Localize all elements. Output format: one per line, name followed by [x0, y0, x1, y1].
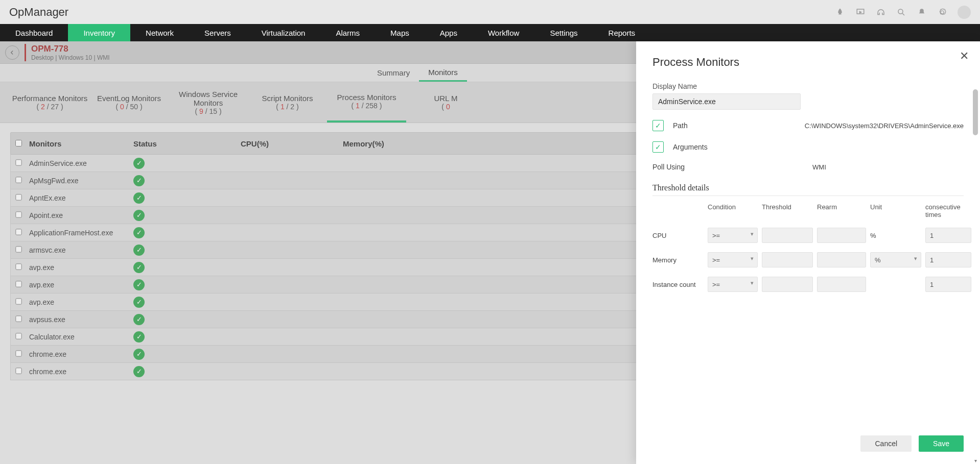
th-name: Instance count: [652, 281, 704, 288]
col-consecutive: consecutive times: [925, 203, 971, 218]
threshold-row: CPU%: [652, 228, 964, 243]
rearm-input[interactable]: [817, 277, 866, 292]
avatar[interactable]: [958, 6, 971, 19]
nav-workflow[interactable]: Workflow: [473, 24, 534, 41]
scrollbar-thumb[interactable]: [973, 89, 978, 135]
consecutive-input[interactable]: [925, 228, 971, 243]
nav-alarms[interactable]: Alarms: [320, 24, 375, 41]
col-condition: Condition: [708, 203, 758, 218]
th-name: CPU: [652, 232, 704, 239]
threshold-header: Condition Threshold Rearm Unit consecuti…: [652, 203, 964, 218]
unit-text: %: [870, 232, 921, 239]
nav-reports[interactable]: Reports: [593, 24, 651, 41]
threshold-input[interactable]: [762, 277, 813, 292]
threshold-grid: Condition Threshold Rearm Unit consecuti…: [652, 203, 964, 292]
svg-point-1: [898, 9, 903, 14]
path-checkbox[interactable]: ✓: [652, 120, 664, 131]
threshold-input[interactable]: [762, 228, 813, 243]
topbar: OpManager: [0, 0, 980, 24]
nav-network[interactable]: Network: [130, 24, 189, 41]
brand-logo: OpManager: [9, 6, 68, 19]
nav-inventory[interactable]: Inventory: [68, 24, 130, 41]
main-nav: DashboardInventoryNetworkServersVirtuali…: [0, 24, 980, 41]
gear-icon[interactable]: [937, 7, 947, 17]
divider: [652, 196, 964, 196]
nav-virtualization[interactable]: Virtualization: [246, 24, 321, 41]
condition-select[interactable]: [708, 228, 758, 243]
topbar-icons: [835, 6, 971, 19]
consecutive-input[interactable]: [925, 252, 971, 267]
save-button[interactable]: Save: [919, 435, 964, 452]
arguments-row: ✓ Arguments: [652, 141, 964, 153]
poll-value: WMI: [812, 163, 826, 171]
rearm-input[interactable]: [817, 228, 866, 243]
nav-dashboard[interactable]: Dashboard: [0, 24, 68, 41]
rearm-input[interactable]: [817, 252, 866, 267]
display-name-input[interactable]: [652, 93, 801, 110]
presentation-icon[interactable]: [855, 7, 866, 17]
condition-select[interactable]: [708, 277, 758, 292]
search-icon[interactable]: [896, 7, 906, 17]
arguments-label: Arguments: [673, 143, 708, 151]
display-name-label: Display Name: [652, 82, 964, 90]
unit-select[interactable]: [870, 252, 921, 267]
path-value: C:\WINDOWS\system32\DRIVERS\AdminService…: [805, 122, 964, 130]
th-name: Memory: [652, 256, 704, 264]
threshold-row: Instance count: [652, 277, 964, 292]
nav-apps[interactable]: Apps: [425, 24, 473, 41]
bell-icon[interactable]: [917, 7, 927, 17]
col-threshold: Threshold: [762, 203, 813, 218]
process-monitor-panel: ✕ Process Monitors Display Name ✓ Path C…: [636, 41, 980, 464]
nav-maps[interactable]: Maps: [375, 24, 425, 41]
threshold-title: Threshold details: [652, 183, 964, 192]
nav-settings[interactable]: Settings: [534, 24, 593, 41]
threshold-input[interactable]: [762, 252, 813, 267]
panel-scrollbar[interactable]: ▾: [972, 89, 979, 464]
condition-select[interactable]: [708, 252, 758, 267]
consecutive-input[interactable]: [925, 277, 971, 292]
panel-title: Process Monitors: [652, 56, 964, 69]
col-rearm: Rearm: [817, 203, 866, 218]
headset-icon[interactable]: [876, 7, 886, 17]
scroll-down-icon[interactable]: ▾: [973, 458, 978, 464]
path-row: ✓ Path C:\WINDOWS\system32\DRIVERS\Admin…: [652, 120, 964, 131]
path-label: Path: [673, 121, 688, 130]
cancel-button[interactable]: Cancel: [860, 435, 912, 452]
poll-label: Poll Using: [652, 163, 685, 171]
arguments-checkbox[interactable]: ✓: [652, 141, 664, 153]
panel-footer: Cancel Save: [860, 435, 964, 452]
rocket-icon[interactable]: [835, 7, 845, 17]
col-unit: Unit: [870, 203, 921, 218]
close-icon[interactable]: ✕: [960, 50, 969, 63]
poll-row: Poll Using WMI: [652, 163, 964, 171]
nav-servers[interactable]: Servers: [189, 24, 246, 41]
threshold-row: Memory: [652, 252, 964, 267]
